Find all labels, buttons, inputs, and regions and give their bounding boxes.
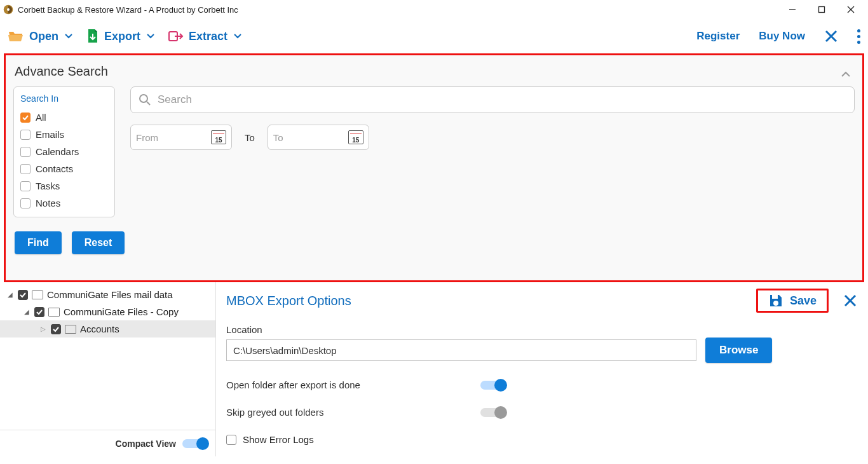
toolbar-close-button[interactable] [824, 29, 838, 43]
export-options-panel: MBOX Export Options Save Location Browse… [216, 282, 868, 456]
collapse-panel-button[interactable] [841, 71, 851, 78]
date-to-input[interactable] [273, 132, 330, 143]
chevron-down-icon [234, 32, 241, 40]
save-disk-icon [768, 293, 783, 308]
folder-icon [65, 325, 76, 334]
tree-expand-icon[interactable]: ◢ [8, 291, 14, 298]
window-minimize-button[interactable] [778, 0, 807, 19]
search-in-label: Search In [20, 93, 108, 104]
tree-footer: Compact View [0, 430, 215, 456]
search-in-tasks[interactable]: Tasks [20, 177, 108, 194]
search-in-emails[interactable]: Emails [20, 126, 108, 143]
export-options-title: MBOX Export Options [226, 294, 351, 308]
show-error-logs-label: Show Error Logs [243, 434, 314, 445]
date-from-field[interactable]: 15 [130, 125, 232, 150]
search-field-wrapper [130, 86, 855, 113]
open-folder-label: Open folder after export is done [226, 379, 455, 390]
folder-open-icon [8, 29, 24, 43]
reset-button[interactable]: Reset [72, 231, 125, 254]
location-label: Location [226, 324, 858, 335]
date-to-label: To [245, 132, 255, 143]
close-options-button[interactable] [843, 293, 858, 308]
svg-point-12 [773, 301, 778, 306]
file-export-icon [86, 29, 99, 44]
export-menu-button[interactable]: Export [86, 29, 154, 44]
compact-view-toggle[interactable] [182, 439, 208, 448]
extract-menu-button[interactable]: Extract [168, 30, 241, 43]
skip-greyed-toggle[interactable] [480, 408, 506, 417]
search-in-notes[interactable]: Notes [20, 194, 108, 212]
tree-node-label: Accounts [80, 324, 119, 334]
search-in-item-label: Tasks [36, 181, 60, 191]
search-in-item-label: Notes [36, 198, 60, 208]
open-menu-button[interactable]: Open [8, 29, 72, 43]
date-to-field[interactable]: 15 [268, 125, 369, 150]
window-titlebar: Corbett Backup & Restore Wizard - A Prod… [0, 0, 868, 19]
export-label: Export [104, 30, 140, 43]
advance-search-panel: Advance Search Search In All Emails Cale… [4, 53, 864, 282]
search-icon [139, 93, 151, 106]
compact-view-label: Compact View [116, 439, 176, 449]
save-label: Save [790, 294, 817, 308]
advance-search-title: Advance Search [15, 64, 855, 79]
find-button[interactable]: Find [15, 231, 62, 254]
search-in-calendars[interactable]: Calendars [20, 143, 108, 160]
checkbox-checked-icon [20, 113, 31, 123]
checkbox-icon [20, 147, 31, 157]
search-in-item-label: Emails [36, 129, 64, 140]
search-in-item-label: All [36, 112, 46, 123]
lower-area: ◢ CommuniGate Files mail data ◢ CommuniG… [0, 282, 868, 456]
folder-icon [32, 290, 43, 299]
register-link[interactable]: Register [696, 30, 740, 43]
checkbox-checked-icon[interactable] [34, 307, 44, 317]
checkbox-icon [20, 198, 31, 208]
tree-node-label: CommuniGate Files - Copy [64, 306, 179, 317]
main-toolbar: Open Export Extract Register Buy Now [0, 19, 868, 53]
chevron-down-icon [147, 32, 154, 40]
app-icon [3, 4, 14, 15]
skip-greyed-label: Skip greyed out folders [226, 407, 455, 418]
svg-point-1 [7, 8, 10, 11]
extract-label: Extract [189, 30, 227, 43]
tree-node[interactable]: ◢ CommuniGate Files - Copy [0, 303, 215, 320]
search-input[interactable] [158, 93, 846, 106]
checkbox-icon [20, 181, 31, 191]
search-in-item-label: Calendars [36, 146, 79, 157]
folder-icon [48, 308, 60, 317]
svg-rect-11 [772, 295, 778, 299]
svg-rect-3 [819, 7, 825, 13]
svg-point-9 [140, 95, 147, 102]
calendar-icon: 15 [211, 130, 226, 144]
tree-node-root[interactable]: ◢ CommuniGate Files mail data [0, 286, 215, 303]
checkbox-checked-icon[interactable] [51, 324, 61, 334]
browse-button[interactable]: Browse [705, 338, 772, 363]
search-in-contacts[interactable]: Contacts [20, 160, 108, 177]
chevron-down-icon [65, 32, 72, 40]
folder-tree-panel: ◢ CommuniGate Files mail data ◢ CommuniG… [0, 282, 216, 456]
buy-now-link[interactable]: Buy Now [759, 30, 805, 43]
tree-node-label: CommuniGate Files mail data [47, 289, 173, 300]
tree-expand-icon[interactable]: ▷ [41, 325, 47, 332]
search-in-item-label: Contacts [36, 163, 73, 174]
date-from-input[interactable] [136, 132, 193, 143]
checkbox-icon [20, 164, 31, 174]
open-folder-toggle[interactable] [480, 381, 506, 390]
search-in-box: Search In All Emails Calendars Contacts … [13, 86, 115, 217]
extract-icon [168, 30, 184, 43]
svg-line-10 [147, 102, 150, 105]
tree-expand-icon[interactable]: ◢ [24, 308, 31, 315]
checkbox-icon[interactable] [226, 435, 236, 445]
search-in-all[interactable]: All [20, 109, 108, 126]
open-label: Open [29, 30, 58, 43]
location-input[interactable] [226, 339, 696, 361]
save-button[interactable]: Save [756, 289, 829, 313]
window-close-button[interactable] [836, 0, 865, 19]
window-title: Corbett Backup & Restore Wizard - A Prod… [18, 5, 238, 15]
checkbox-icon [20, 130, 31, 140]
calendar-icon: 15 [348, 130, 363, 144]
more-menu-button[interactable] [857, 29, 860, 44]
window-maximize-button[interactable] [807, 0, 836, 19]
tree-node-selected[interactable]: ▷ Accounts [0, 320, 215, 338]
checkbox-checked-icon[interactable] [18, 290, 28, 300]
